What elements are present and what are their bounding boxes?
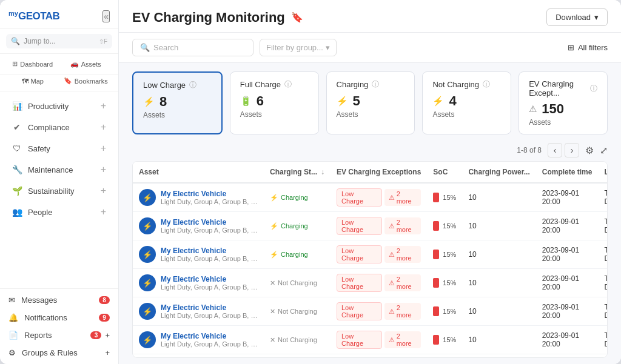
col-charging-power-label: Charging Power...	[468, 168, 529, 176]
more-badge-0[interactable]: ⚠ 2 more	[384, 189, 421, 206]
col-asset-label: Asset	[139, 168, 159, 176]
filter-group-dropdown[interactable]: Filter by group... ▾	[260, 39, 337, 56]
main-toolbar: 🔍 Search Filter by group... ▾ ⊞ All filt…	[119, 33, 621, 63]
card-low-charge[interactable]: Low Charge ⓘ ⚡ 8 Assets	[132, 71, 223, 134]
card-full-charge[interactable]: Full Charge ⓘ 🔋 6 Assets	[230, 71, 319, 134]
asset-name-1[interactable]: My Electric Vehicle	[161, 218, 258, 227]
reports-icon: 📄	[8, 331, 18, 340]
more-badge-3[interactable]: ⚠ 2 more	[384, 274, 421, 291]
col-charging-status[interactable]: Charging St... ↓	[264, 162, 331, 183]
prev-page-button[interactable]: ‹	[548, 143, 562, 157]
nav-bookmarks[interactable]: 🔖 Bookmarks	[59, 74, 113, 87]
col-asset: Asset	[133, 162, 264, 183]
asset-name-3[interactable]: My Electric Vehicle	[161, 275, 258, 283]
nav-map[interactable]: 🗺 Map	[6, 74, 59, 87]
search-input[interactable]: 🔍 Search	[132, 39, 253, 56]
all-filters-button[interactable]: ⊞ All filters	[568, 43, 608, 52]
card-charging-number: 5	[353, 93, 360, 109]
location-value-4: Toronto Depot 1	[604, 303, 608, 320]
card-full-charge-info-icon: ⓘ	[284, 79, 292, 90]
not-charging-icon: ⚡	[432, 96, 444, 107]
col-soc: SoC	[427, 162, 462, 183]
card-not-charging[interactable]: Not Charging ⓘ ⚡ 4 Assets	[422, 71, 511, 134]
reports-plus-icon[interactable]: +	[105, 331, 110, 340]
more-badge-5[interactable]: ⚠ 2 more	[384, 331, 421, 348]
cell-complete-time-6: 2023-09-01 20:00	[536, 354, 599, 359]
people-icon: 👥	[12, 207, 22, 217]
more-badge-4[interactable]: ⚠ 2 more	[384, 303, 421, 320]
card-not-charging-label: Not Charging	[432, 80, 479, 89]
card-charging[interactable]: Charging ⓘ ⚡ 5 Assets	[326, 71, 415, 134]
download-button[interactable]: Download ▾	[546, 8, 608, 26]
table-row[interactable]: ⚡ My Electric Vehicle Light Duty, Group …	[133, 354, 608, 359]
sidebar-item-people[interactable]: 👥 People +	[4, 202, 115, 222]
more-badge-2[interactable]: ⚠ 2 more	[384, 246, 421, 263]
sidebar-item-compliance[interactable]: ✔ Compliance +	[4, 117, 115, 137]
charging-badge-5: ✕ Not Charging	[270, 336, 324, 344]
table-header-row: Asset Charging St... ↓ EV Charging Excep…	[133, 162, 608, 183]
bookmark-icon[interactable]: 🔖	[291, 12, 303, 23]
expand-table-button[interactable]: ⤢	[600, 145, 608, 156]
sidebar-item-reports[interactable]: 📄 Reports 3 +	[0, 326, 118, 344]
col-charging-status-sort[interactable]: Charging St... ↓	[270, 168, 324, 176]
sidebar-item-notifications[interactable]: 🔔 Notifications 9	[0, 309, 118, 326]
safety-plus-icon[interactable]: +	[101, 143, 106, 154]
alert-icon-3: ⚠	[389, 279, 395, 287]
sidebar-item-groups-rules[interactable]: ⚙ Groups & Rules +	[0, 344, 118, 362]
location-value-2: Toronto Depot 1	[604, 246, 608, 263]
sidebar-item-productivity[interactable]: 📊 Productivity +	[4, 96, 115, 116]
sidebar-item-safety[interactable]: 🛡 Safety +	[4, 138, 115, 159]
table-row[interactable]: ⚡ My Electric Vehicle Light Duty, Group …	[133, 212, 608, 240]
table-row[interactable]: ⚡ My Electric Vehicle Light Duty, Group …	[133, 297, 608, 326]
sustainability-icon: 🌱	[12, 186, 22, 196]
groups-plus-icon[interactable]: +	[105, 348, 110, 357]
search-icon: 🔍	[140, 43, 150, 52]
jump-to-search[interactable]: 🔍 Jump to... ⇧F	[6, 34, 112, 48]
soc-cell-1: 15%	[433, 221, 456, 231]
more-badge-1[interactable]: ⚠ 2 more	[384, 217, 421, 234]
soc-bar-4	[433, 306, 439, 316]
next-page-button[interactable]: ›	[565, 143, 579, 157]
soc-cell-3: 15%	[433, 278, 456, 288]
cell-location-2: Toronto Depot 1	[598, 240, 608, 269]
soc-value-2: 15%	[443, 251, 456, 258]
soc-bar-5	[433, 335, 439, 345]
asset-name-4[interactable]: My Electric Vehicle	[161, 303, 258, 312]
sustainability-plus-icon[interactable]: +	[101, 185, 106, 196]
sidebar-item-sustainability[interactable]: 🌱 Sustainability +	[4, 180, 115, 201]
asset-name-5[interactable]: My Electric Vehicle	[161, 332, 258, 340]
charging-badge-3: ✕ Not Charging	[270, 279, 324, 287]
soc-value-4: 15%	[443, 308, 456, 315]
productivity-plus-icon[interactable]: +	[101, 101, 106, 111]
sidebar-item-messages[interactable]: ✉ Messages 8	[0, 291, 118, 309]
collapse-sidebar-button[interactable]: «	[102, 10, 110, 22]
nav-dashboard[interactable]: ⊞ Dashboard	[6, 58, 59, 70]
download-label: Download	[556, 13, 591, 22]
table-settings-button[interactable]: ⚙	[585, 145, 594, 156]
cell-complete-time-5: 2023-09-01 20:00	[536, 326, 599, 354]
people-plus-icon[interactable]: +	[101, 207, 106, 217]
table-row[interactable]: ⚡ My Electric Vehicle Light Duty, Group …	[133, 240, 608, 269]
asset-name-0[interactable]: My Electric Vehicle	[161, 190, 258, 198]
table-row[interactable]: ⚡ My Electric Vehicle Light Duty, Group …	[133, 269, 608, 297]
nav-bookmarks-label: Bookmarks	[75, 78, 108, 85]
all-filters-label: All filters	[578, 43, 608, 52]
cell-complete-time-3: 2023-09-01 20:00	[536, 269, 599, 297]
filter-chevron-icon: ▾	[326, 43, 330, 52]
charging-icon-1: ⚡	[270, 222, 278, 230]
table-row[interactable]: ⚡ My Electric Vehicle Light Duty, Group …	[133, 326, 608, 354]
cell-exceptions-5: Low Charge ⚠ 2 more	[331, 326, 427, 354]
cell-asset-5: ⚡ My Electric Vehicle Light Duty, Group …	[133, 326, 264, 354]
card-ev-exceptions[interactable]: EV Charging Except... ⓘ ⚠ 150 Assets	[519, 71, 608, 134]
low-charge-badge-1: Low Charge	[337, 217, 382, 235]
sidebar-item-maintenance[interactable]: 🔧 Maintenance +	[4, 159, 115, 180]
maintenance-plus-icon[interactable]: +	[101, 164, 106, 175]
low-charge-icon: ⚡	[143, 96, 155, 107]
table-row[interactable]: ⚡ My Electric Vehicle Light Duty, Group …	[133, 183, 608, 212]
cell-charging-2: ⚡ Charging	[264, 240, 331, 269]
asset-info-5: My Electric Vehicle Light Duty, Group A,…	[161, 332, 258, 348]
charging-badge-0: ⚡ Charging	[270, 194, 324, 202]
nav-assets[interactable]: 🚗 Assets	[59, 58, 113, 70]
compliance-plus-icon[interactable]: +	[101, 122, 106, 133]
asset-name-2[interactable]: My Electric Vehicle	[161, 247, 258, 255]
